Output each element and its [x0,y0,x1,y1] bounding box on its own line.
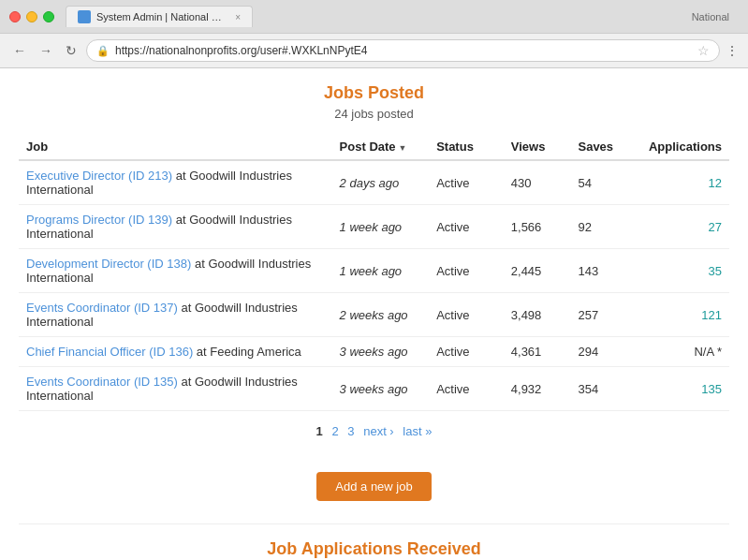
applications-link[interactable]: 27 [709,220,722,234]
job-title-cell: Chief Financial Officer (ID 136) at Feed… [19,337,332,367]
job-post-date: 2 weeks ago [332,293,430,337]
job-views: 2,445 [504,249,571,293]
browser-menu-icon[interactable]: ⋮ [726,43,739,58]
job-saves: 143 [570,249,638,293]
job-post-date: 2 days ago [332,160,430,205]
job-status: Active [429,337,504,367]
jobs-pagination: 1 2 3 next › last » [19,411,729,448]
browser-chrome: System Admin | National Nonp… × National… [0,0,748,68]
page-content: Jobs Posted 24 jobs posted Job Post Date… [0,68,748,560]
job-status: Active [429,160,504,205]
job-applications: 121 [638,293,729,337]
jobs-posted-subtitle: 24 jobs posted [19,107,729,121]
col-header-saves: Saves [570,134,638,160]
pagination-page-3[interactable]: 3 [347,424,354,438]
job-saves: 92 [570,205,638,249]
job-applications: 12 [638,160,729,205]
job-title-link[interactable]: Development Director (ID 138) [26,257,191,271]
job-title-link[interactable]: Events Coordinator (ID 137) [26,301,178,315]
pagination-next[interactable]: next › [363,424,394,438]
job-row: Chief Financial Officer (ID 136) at Feed… [19,337,729,367]
job-title-cell: Executive Director (ID 213) at Goodwill … [19,160,332,205]
add-job-section: Add a new job [0,463,748,523]
col-header-job: Job [19,134,332,160]
job-status: Active [429,293,504,337]
job-title-cell: Events Coordinator (ID 135) at Goodwill … [19,367,332,411]
minimize-window-btn[interactable] [26,11,37,22]
browser-nav: ← → ↻ 🔒 https://nationalnonprofits.org/u… [0,34,748,67]
job-row: Events Coordinator (ID 135) at Goodwill … [19,367,729,411]
job-post-date: 3 weeks ago [332,367,430,411]
applications-link[interactable]: 12 [709,176,722,190]
job-saves: 294 [570,337,638,367]
job-views: 1,566 [504,205,571,249]
applications-title: Job Applications Received [19,539,729,559]
tab-close-icon[interactable]: × [235,12,241,22]
maximize-window-btn[interactable] [43,11,54,22]
job-views: 3,498 [504,293,571,337]
applications-na: N/A * [694,345,722,359]
col-header-post-date[interactable]: Post Date [332,134,430,160]
job-applications: 27 [638,205,729,249]
job-applications: 35 [638,249,729,293]
job-status: Active [429,205,504,249]
job-applications: 135 [638,367,729,411]
forward-button[interactable]: → [36,41,56,60]
job-status: Active [429,367,504,411]
pagination-page-2[interactable]: 2 [331,424,338,438]
job-post-date: 1 week ago [332,249,430,293]
back-button[interactable]: ← [9,41,30,60]
job-title-cell: Programs Director (ID 139) at Goodwill I… [19,205,332,249]
jobs-posted-section: Jobs Posted 24 jobs posted Job Post Date… [0,68,748,463]
job-views: 4,361 [504,337,571,367]
col-header-applications: Applications [638,134,729,160]
jobs-posted-title: Jobs Posted [19,83,729,103]
job-views: 430 [504,160,571,205]
address-bar[interactable]: 🔒 https://nationalnonprofits.org/user#.W… [86,39,720,62]
browser-tab[interactable]: System Admin | National Nonp… × [66,6,253,27]
job-title-link[interactable]: Events Coordinator (ID 135) [26,375,178,389]
site-label: National [692,11,739,22]
job-company: at Feeding America [197,345,301,359]
job-title-link[interactable]: Chief Financial Officer (ID 136) [26,345,193,359]
url-display: https://nationalnonprofits.org/user#.WXK… [115,44,692,57]
job-saves: 54 [570,160,638,205]
applications-link[interactable]: 135 [701,382,722,396]
job-post-date: 1 week ago [332,205,430,249]
tab-title: System Admin | National Nonp… [96,11,226,22]
job-row: Executive Director (ID 213) at Goodwill … [19,160,729,205]
job-status: Active [429,249,504,293]
job-title-link[interactable]: Executive Director (ID 213) [26,169,172,183]
secure-lock-icon: 🔒 [96,45,110,57]
tab-bar: System Admin | National Nonp… × [66,6,692,27]
job-row: Events Coordinator (ID 137) at Goodwill … [19,293,729,337]
job-row: Programs Director (ID 139) at Goodwill I… [19,205,729,249]
col-header-views: Views [504,134,571,160]
job-row: Development Director (ID 138) at Goodwil… [19,249,729,293]
tab-favicon-icon [78,10,91,23]
job-title-cell: Development Director (ID 138) at Goodwil… [19,249,332,293]
job-saves: 257 [570,293,638,337]
job-views: 4,932 [504,367,571,411]
applications-link[interactable]: 121 [701,308,722,322]
bookmark-star-icon[interactable]: ☆ [697,43,710,58]
pagination-current-page: 1 [316,424,323,438]
jobs-table: Job Post Date Status Views Saves Applica… [19,134,729,411]
job-post-date: 3 weeks ago [332,337,430,367]
traffic-lights [9,11,54,22]
job-saves: 354 [570,367,638,411]
close-window-btn[interactable] [9,11,21,22]
pagination-last[interactable]: last » [403,424,432,438]
applications-link[interactable]: 35 [709,264,722,278]
reload-button[interactable]: ↻ [62,41,81,60]
job-title-link[interactable]: Programs Director (ID 139) [26,213,172,227]
job-applications: N/A * [638,337,729,367]
job-title-cell: Events Coordinator (ID 137) at Goodwill … [19,293,332,337]
add-new-job-button[interactable]: Add a new job [316,472,431,501]
applications-section: Job Applications Received 6,564 applicat… [0,524,748,560]
col-header-status: Status [429,134,504,160]
